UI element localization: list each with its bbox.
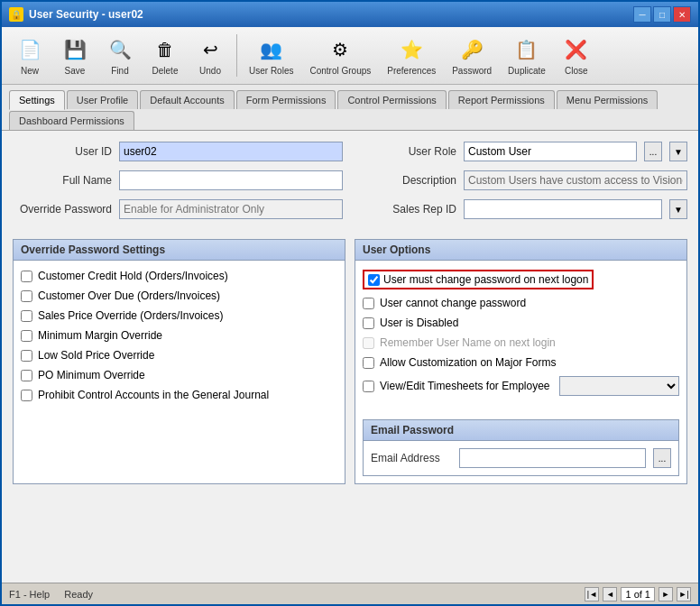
save-button[interactable]: 💾 Save [54,31,96,80]
close-tool-button[interactable]: ❌ Close [556,31,597,80]
close-window-button[interactable]: ✕ [673,6,691,23]
preferences-button[interactable]: ⭐ Preferences [381,31,442,80]
tab-form-permissions[interactable]: Form Permissions [236,90,336,109]
user-roles-button[interactable]: 👥 User Roles [243,31,299,80]
allow-customization-label: Allow Customization on Major Forms [380,356,556,369]
tab-report-permissions[interactable]: Report Permissions [448,90,555,109]
tab-default-accounts[interactable]: Default Accounts [140,90,235,109]
override-password-row: Override Password [13,199,343,219]
undo-icon: ↩ [196,35,225,64]
duplicate-button[interactable]: 📋 Duplicate [502,31,552,80]
tab-menu-permissions[interactable]: Menu Permissions [557,90,658,109]
description-row: Description [357,170,687,190]
undo-label: Undo [199,66,221,76]
user-role-row: User Role ... ▼ [357,142,687,161]
control-groups-label: Control Groups [309,66,371,76]
password-label: Password [452,66,492,76]
maximize-button[interactable]: □ [653,6,671,23]
email-panel-header: Email Password [364,420,678,441]
override-password-input[interactable] [119,199,343,219]
tab-dashboard-permissions[interactable]: Dashboard Permissions [9,111,134,130]
email-row: Email Address ... [364,441,678,475]
find-button[interactable]: 🔍 Find [99,31,141,80]
next-page-button[interactable]: ► [659,587,673,601]
po-minimum-override-checkbox[interactable] [21,370,32,381]
last-page-button[interactable]: ►| [677,587,691,601]
tab-user-profile[interactable]: User Profile [67,90,138,109]
email-dots-button[interactable]: ... [653,448,671,468]
view-edit-timesheets-checkbox[interactable] [363,381,374,392]
highlighted-checkbox-container: User must change password on next logon [363,270,594,289]
tab-control-permissions[interactable]: Control Permissions [337,90,446,109]
find-icon: 🔍 [106,35,134,64]
left-form-column: User ID Full Name Override Password [13,142,343,228]
list-item: User is Disabled [363,317,679,329]
list-item: PO Minimum Override [21,369,337,381]
delete-button[interactable]: 🗑 Delete [144,31,186,80]
window-title: User Security - user02 [29,8,628,21]
tab-settings[interactable]: Settings [9,90,65,110]
toolbar-separator [236,34,237,77]
password-button[interactable]: 🔑 Password [446,31,498,80]
preferences-label: Preferences [387,66,436,76]
cannot-change-password-checkbox[interactable] [363,298,374,309]
right-form-column: User Role ... ▼ Description Sales Rep ID… [357,142,687,228]
timesheets-dropdown[interactable] [559,376,679,396]
prev-page-button[interactable]: ◄ [603,587,617,601]
prohibit-control-accounts-checkbox[interactable] [21,390,32,401]
sales-rep-arrow-button[interactable]: ▼ [669,199,687,219]
user-roles-label: User Roles [249,66,293,76]
user-role-input[interactable] [464,142,637,161]
email-input[interactable] [459,448,646,468]
window-icon: 🔒 [9,7,23,22]
sales-price-override-checkbox[interactable] [21,310,32,322]
must-change-password-checkbox[interactable] [368,274,380,286]
user-role-arrow-button[interactable]: ▼ [669,142,687,161]
override-panel-body: Customer Credit Hold (Orders/Invoices) C… [14,261,345,418]
toolbar: 📄 New 💾 Save 🔍 Find 🗑 Delete ↩ Undo 👥 Us… [2,27,698,85]
user-role-dots-button[interactable]: ... [644,142,662,161]
control-groups-button[interactable]: ⚙ Control Groups [303,31,377,80]
new-button[interactable]: 📄 New [9,31,51,80]
sales-rep-input[interactable] [464,199,662,219]
sales-price-override-label: Sales Price Override (Orders/Invoices) [38,309,223,322]
customer-over-due-label: Customer Over Due (Orders/Invoices) [38,289,220,302]
user-options-panel-header: User Options [355,240,686,261]
list-item: Prohibit Control Accounts in the General… [21,389,337,401]
list-item: Allow Customization on Major Forms [363,356,679,369]
minimum-margin-override-checkbox[interactable] [21,330,32,342]
duplicate-label: Duplicate [508,66,546,76]
user-disabled-checkbox[interactable] [363,317,374,329]
user-options-panel-body: User must change password on next logon … [355,261,686,412]
remember-username-label: Remember User Name on next login [380,336,556,349]
delete-label: Delete [152,66,179,76]
new-label: New [21,66,39,76]
preferences-icon: ⭐ [397,35,426,64]
user-options-panel: User Options User must change password o… [355,239,687,484]
list-item: Sales Price Override (Orders/Invoices) [21,309,337,322]
must-change-password-label: User must change password on next logon [383,273,588,286]
user-id-row: User ID [13,142,343,161]
customer-over-due-checkbox[interactable] [21,290,32,302]
minimum-margin-override-label: Minimum Margin Override [38,329,162,342]
email-panel: Email Password Email Address ... [363,419,679,476]
list-item: User cannot change password [363,297,679,309]
full-name-input[interactable] [119,170,343,190]
delete-icon: 🗑 [151,35,180,64]
full-name-row: Full Name [13,170,343,190]
customer-credit-hold-checkbox[interactable] [21,271,32,282]
list-item: Customer Over Due (Orders/Invoices) [21,289,337,302]
po-minimum-override-label: PO Minimum Override [38,369,145,381]
low-sold-price-override-checkbox[interactable] [21,350,32,362]
undo-button[interactable]: ↩ Undo [189,31,231,80]
close-tool-icon: ❌ [562,35,591,64]
user-id-input[interactable] [119,142,343,161]
full-name-label: Full Name [13,174,112,187]
minimize-button[interactable]: ─ [633,6,651,23]
first-page-button[interactable]: |◄ [585,587,599,601]
main-window: 🔒 User Security - user02 ─ □ ✕ 📄 New 💾 S… [0,0,700,606]
title-bar-buttons: ─ □ ✕ [633,6,691,23]
sales-rep-label: Sales Rep ID [357,203,456,216]
allow-customization-checkbox[interactable] [363,357,374,369]
duplicate-icon: 📋 [512,35,541,64]
